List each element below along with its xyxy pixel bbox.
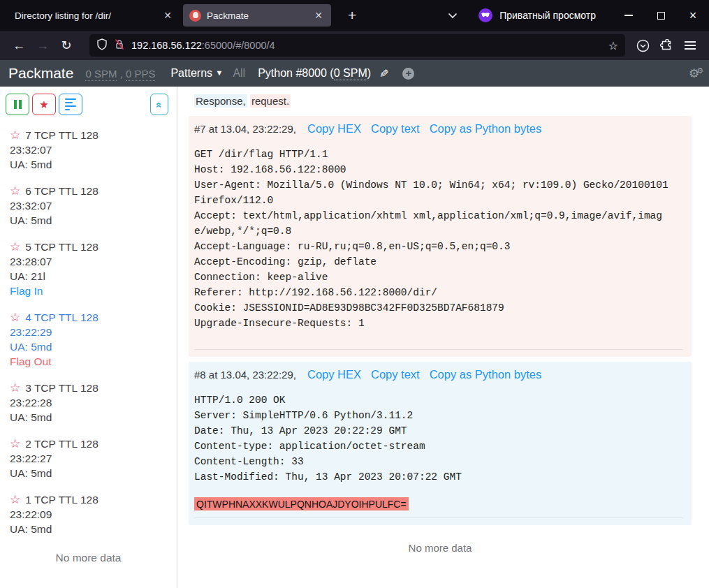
url-text[interactable]: 192.168.56.122:65000/#/8000/4 [131, 40, 608, 51]
url-path: :65000/#/8000/4 [202, 40, 275, 51]
packet-summary: Response, request. [194, 95, 692, 107]
packet-entry-time: 23:32:07 [10, 142, 171, 157]
star-icon[interactable]: ☆ [10, 494, 20, 506]
star-icon[interactable]: ☆ [10, 129, 20, 141]
packet-list-item[interactable]: ☆5 TCP TTL 12823:28:07UA: 21lFlag In [0, 240, 177, 298]
tab-packmate[interactable]: Packmate ✕ [183, 4, 331, 27]
star-icon[interactable]: ☆ [10, 438, 20, 450]
packet-list-item[interactable]: ☆3 TCP TTL 12823:22:28UA: 5md [0, 381, 177, 425]
tab-list-chevron-icon[interactable] [445, 6, 460, 24]
private-browsing-indicator: Приватный просмотр [478, 8, 596, 22]
flag-match-highlight: QITWPHNAXXKWULPQNHOAJDYOIHPULFC= [194, 497, 409, 510]
packet-list-item[interactable]: ☆4 TCP TTL 12823:22:29UA: 5mdFlag Out [0, 310, 177, 369]
flag-match-line: QITWPHNAXXKWULPQNHOAJDYOIHPULFC= [194, 498, 686, 509]
star-icon[interactable]: ☆ [10, 185, 20, 197]
flag-out-link[interactable]: Flag Out [10, 354, 171, 369]
list-view-button[interactable] [59, 94, 82, 115]
pocket-icon[interactable] [631, 34, 655, 57]
url-bar[interactable]: 192.168.56.122:65000/#/8000/4 ☆ [89, 34, 625, 57]
extensions-icon[interactable] [655, 34, 678, 57]
packet-list-item[interactable]: ☆1 TCP TTL 12823:22:09UA: 5md [0, 492, 177, 536]
new-tab-icon[interactable]: + [344, 7, 360, 24]
pause-button[interactable] [6, 94, 29, 115]
url-host: 192.168.56.122 [131, 40, 202, 51]
bookmark-star-icon[interactable]: ☆ [608, 39, 618, 52]
tab-title: Packmate [207, 10, 307, 21]
star-icon[interactable]: ☆ [10, 382, 20, 394]
shield-icon[interactable] [96, 38, 108, 53]
packet-entry-title: ☆2 TCP TTL 128 [10, 436, 171, 451]
maximize-icon[interactable] [645, 0, 677, 31]
packet-header-label: #7 at 13.04, 23:22:29, [194, 123, 296, 135]
packet-entry-label: 6 TCP TTL 128 [25, 184, 98, 198]
back-icon[interactable]: ← [7, 34, 31, 57]
packet-entry-title: ☆7 TCP TTL 128 [10, 128, 171, 142]
copy-as-python-bytes-link[interactable]: Copy as Python bytes [430, 368, 542, 381]
packet-block-request: #7 at 13.04, 23:22:29,Copy HEXCopy textC… [189, 116, 692, 357]
service-spm-stat: 0 SPM [334, 67, 367, 80]
scroll-top-button[interactable]: « [150, 94, 168, 115]
packet-list-item[interactable]: ☆6 TCP TTL 12823:32:07UA: 5md [0, 184, 177, 228]
forward-icon[interactable]: → [31, 34, 54, 57]
chevron-down-icon: ▼ [215, 68, 223, 77]
packet-entry-label: 5 TCP TTL 128 [25, 240, 98, 254]
patterns-menu[interactable]: Patterns ▼ [170, 67, 223, 80]
private-label: Приватный просмотр [499, 10, 596, 21]
reload-icon[interactable]: ↻ [54, 34, 78, 57]
packet-entry-ua: UA: 21l [10, 269, 171, 284]
packmate-favicon-icon [189, 10, 201, 22]
packet-entry-label: 7 TCP TTL 128 [25, 128, 98, 142]
packet-entry-ua: UA: 5md [10, 466, 171, 480]
packet-divider [194, 349, 683, 350]
service-tab-python-8000[interactable]: Python #8000 (0 SPM) [258, 67, 371, 80]
menu-icon[interactable] [678, 34, 702, 57]
copy-hex-link[interactable]: Copy HEX [307, 368, 361, 381]
packet-entry-time: 23:28:07 [10, 254, 171, 269]
close-icon[interactable]: × [677, 0, 709, 31]
star-icon[interactable]: ☆ [10, 241, 20, 253]
app-brand[interactable]: Packmate [8, 65, 73, 82]
insecure-lock-icon[interactable] [114, 38, 125, 53]
double-chevron-up-icon: « [154, 102, 166, 106]
copy-text-link[interactable]: Copy text [371, 122, 420, 135]
tab-directory-listing[interactable]: Directory listing for /dir/ ✕ [8, 4, 180, 27]
tab-close-icon[interactable]: ✕ [161, 10, 174, 21]
all-services-link[interactable]: All [233, 67, 245, 80]
list-icon [65, 96, 76, 112]
flag-in-link[interactable]: Flag In [10, 284, 171, 298]
spm-stat: 0 SPM [85, 68, 117, 81]
packet-list-item[interactable]: ☆2 TCP TTL 12823:22:27UA: 5md [0, 436, 177, 480]
window-controls: × [613, 0, 709, 31]
packet-divider [194, 517, 683, 518]
packet-blocks: #7 at 13.04, 23:22:29,Copy HEXCopy textC… [189, 116, 692, 525]
settings-gears-icon[interactable]: ⚙⚙ [689, 66, 701, 81]
packet-entry-ua: UA: 5md [10, 522, 171, 536]
traffic-stats: 0 SPM , 0 PPS [85, 68, 155, 80]
packet-list-item[interactable]: ☆7 TCP TTL 12823:32:07UA: 5md [0, 128, 177, 172]
packet-entry-ua: UA: 5md [10, 213, 171, 228]
add-service-icon[interactable]: + [402, 68, 414, 80]
browser-tab-bar: Directory listing for /dir/ ✕ Packmate ✕… [0, 0, 709, 31]
minimize-icon[interactable] [613, 0, 645, 31]
packet-list: ☆7 TCP TTL 12823:32:07UA: 5md☆6 TCP TTL … [0, 128, 177, 536]
copy-text-link[interactable]: Copy text [371, 368, 420, 381]
summary-response-mark: Response, [194, 94, 247, 108]
packet-entry-time: 23:22:09 [10, 507, 171, 522]
packet-entry-title: ☆3 TCP TTL 128 [10, 381, 171, 395]
tab-close-icon[interactable]: ✕ [312, 10, 325, 21]
packet-entry-title: ☆6 TCP TTL 128 [10, 184, 171, 198]
star-icon[interactable]: ☆ [10, 311, 20, 323]
edit-service-pencil-icon[interactable]: ✎ [379, 67, 388, 80]
packet-entry-ua: UA: 5md [10, 157, 171, 172]
packet-entry-label: 1 TCP TTL 128 [25, 492, 98, 507]
favorites-filter-button[interactable]: ★ [32, 94, 56, 115]
packet-entry-label: 4 TCP TTL 128 [25, 310, 98, 325]
copy-as-python-bytes-link[interactable]: Copy as Python bytes [430, 122, 542, 135]
packet-entry-title: ☆4 TCP TTL 128 [10, 310, 171, 325]
copy-hex-link[interactable]: Copy HEX [307, 122, 361, 135]
favorite-star-icon: ★ [39, 98, 48, 111]
packet-entry-ua: UA: 5md [10, 339, 171, 354]
packet-entry-time: 23:22:29 [10, 325, 171, 339]
packet-entry-ua: UA: 5md [10, 410, 171, 425]
main-no-more-data: No more data [189, 542, 692, 554]
